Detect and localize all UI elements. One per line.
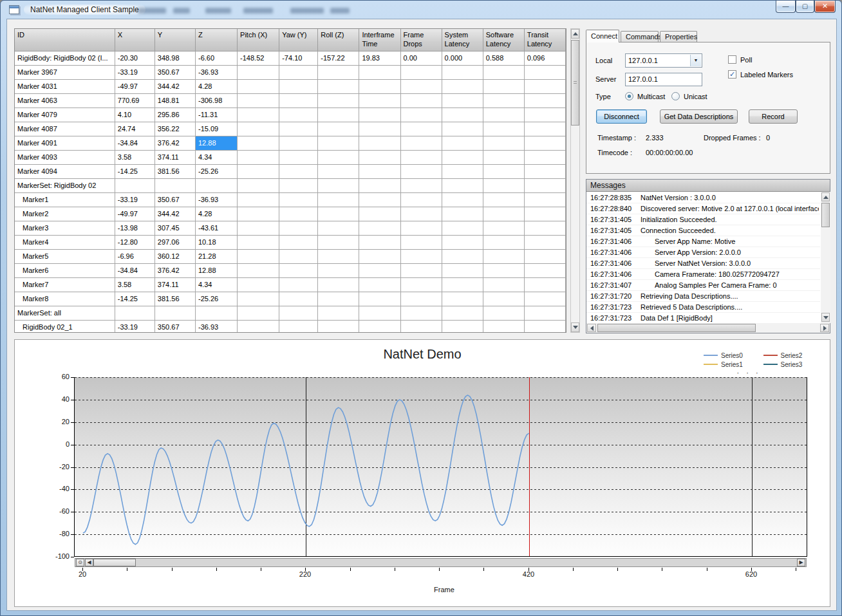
message-row[interactable]: 16:27:28:840Discovered server: Motive 2.…	[586, 203, 820, 214]
message-row[interactable]: 16:27:31:723Retrieved 5 Data Description…	[586, 302, 820, 313]
table-cell[interactable]: -11.31	[195, 107, 237, 122]
table-cell[interactable]	[524, 192, 565, 207]
table-cell[interactable]	[442, 292, 483, 306]
table-cell[interactable]	[279, 93, 318, 107]
table-cell[interactable]: -6.96	[115, 249, 154, 263]
table-cell[interactable]	[524, 221, 565, 235]
chart-zoom-reset-button[interactable]: ⊙	[76, 559, 84, 566]
table-cell[interactable]: -148.52	[238, 51, 279, 65]
table-cell[interactable]: 295.86	[154, 107, 195, 122]
table-cell[interactable]: MarkerSet: all	[15, 306, 115, 320]
messages-vertical-scrollbar[interactable]	[821, 192, 830, 323]
table-cell[interactable]	[359, 306, 400, 320]
table-cell[interactable]: -36.93	[195, 65, 237, 79]
table-cell[interactable]	[359, 178, 400, 192]
table-cell[interactable]: -25.26	[195, 292, 237, 306]
table-cell[interactable]	[279, 249, 318, 263]
message-row[interactable]: 16:27:31:406Camera Framerate: 180.025772…	[586, 269, 820, 280]
table-cell[interactable]	[279, 107, 318, 122]
table-cell[interactable]	[279, 277, 318, 292]
table-cell[interactable]: 360.12	[154, 249, 195, 263]
column-header[interactable]: ID	[15, 29, 115, 51]
table-cell[interactable]	[483, 221, 524, 235]
table-cell[interactable]	[238, 235, 279, 249]
blurred-menu-item[interactable]	[290, 8, 324, 14]
table-cell[interactable]	[318, 235, 359, 249]
table-cell[interactable]	[524, 65, 565, 79]
table-cell[interactable]: 297.06	[154, 235, 195, 249]
table-cell[interactable]: -36.93	[195, 320, 237, 333]
poll-checkbox[interactable]	[728, 55, 736, 64]
table-cell[interactable]	[524, 136, 565, 150]
server-address-input[interactable]: 127.0.0.1	[625, 73, 702, 86]
local-address-combobox[interactable]: 127.0.0.1 ▼	[625, 53, 702, 68]
chart-scroll-left-button[interactable]: ◀	[85, 559, 93, 566]
messages-vscroll-thumb[interactable]	[821, 203, 830, 227]
table-cell[interactable]: RigidBody 02_1	[15, 320, 115, 333]
table-cell[interactable]	[442, 93, 483, 107]
table-cell[interactable]: 12.88	[195, 263, 237, 277]
table-cell[interactable]: -157.22	[318, 51, 359, 65]
unicast-radio[interactable]	[671, 92, 680, 100]
table-cell[interactable]	[359, 65, 400, 79]
table-cell[interactable]	[279, 122, 318, 136]
table-cell[interactable]	[359, 221, 400, 235]
table-cell[interactable]	[279, 150, 318, 164]
table-cell[interactable]	[442, 221, 483, 235]
table-cell[interactable]	[400, 292, 442, 306]
table-cell[interactable]	[238, 221, 279, 235]
table-cell[interactable]	[483, 164, 524, 178]
table-cell[interactable]	[524, 122, 565, 136]
table-cell[interactable]	[400, 107, 442, 122]
table-cell[interactable]: -34.84	[115, 136, 154, 150]
table-cell[interactable]	[442, 107, 483, 122]
table-cell[interactable]	[318, 150, 359, 164]
table-cell[interactable]: 12.88	[195, 136, 237, 150]
table-cell[interactable]	[318, 292, 359, 306]
table-cell[interactable]	[442, 306, 483, 320]
table-cell[interactable]	[483, 107, 524, 122]
chart-scrollbar-thumb[interactable]	[93, 559, 136, 566]
table-cell[interactable]	[279, 263, 318, 277]
table-cell[interactable]: Marker 4091	[15, 136, 115, 150]
table-cell[interactable]	[359, 192, 400, 207]
table-cell[interactable]: 4.34	[195, 150, 237, 164]
table-cell[interactable]	[442, 192, 483, 207]
messages-scroll-up-button[interactable]	[821, 192, 830, 201]
table-cell[interactable]	[359, 263, 400, 277]
table-cell[interactable]	[442, 79, 483, 93]
table-cell[interactable]: -33.19	[115, 65, 154, 79]
table-cell[interactable]: -49.97	[115, 79, 154, 93]
table-cell[interactable]	[483, 65, 524, 79]
table-cell[interactable]: 3.58	[115, 277, 154, 292]
table-cell[interactable]	[238, 178, 279, 192]
table-cell[interactable]	[442, 178, 483, 192]
grid-scrollbar-thumb[interactable]	[571, 40, 579, 126]
table-cell[interactable]	[318, 178, 359, 192]
table-cell[interactable]: 307.45	[154, 221, 195, 235]
message-row[interactable]: 16:27:31:407Analog Samples Per Camera Fr…	[586, 280, 820, 291]
table-cell[interactable]: Marker2	[15, 207, 115, 221]
table-cell[interactable]: 4.34	[195, 277, 237, 292]
table-cell[interactable]	[238, 306, 279, 320]
message-row[interactable]: 16:27:31:406Server NatNet Version: 3.0.0…	[586, 258, 820, 269]
table-cell[interactable]	[483, 150, 524, 164]
table-cell[interactable]: -49.97	[115, 207, 154, 221]
table-cell[interactable]: 344.42	[154, 79, 195, 93]
table-cell[interactable]	[400, 122, 442, 136]
table-cell[interactable]	[442, 277, 483, 292]
table-cell[interactable]	[400, 93, 442, 107]
table-cell[interactable]	[279, 221, 318, 235]
table-cell[interactable]: 4.28	[195, 79, 237, 93]
table-cell[interactable]	[524, 178, 565, 192]
column-header[interactable]: X	[115, 29, 154, 51]
message-row[interactable]: 16:27:31:406Server App Name: Motive	[586, 236, 820, 247]
column-header[interactable]: Roll (Z)	[318, 29, 359, 51]
message-row[interactable]: 16:27:31:405Connection Succeeded.	[586, 225, 820, 236]
table-cell[interactable]: -6.60	[195, 51, 237, 65]
table-cell[interactable]: MarkerSet: RigidBody 02	[15, 178, 115, 192]
table-cell[interactable]: -25.26	[195, 164, 237, 178]
table-cell[interactable]	[359, 164, 400, 178]
table-cell[interactable]: -33.19	[115, 320, 154, 333]
table-cell[interactable]	[400, 65, 442, 79]
